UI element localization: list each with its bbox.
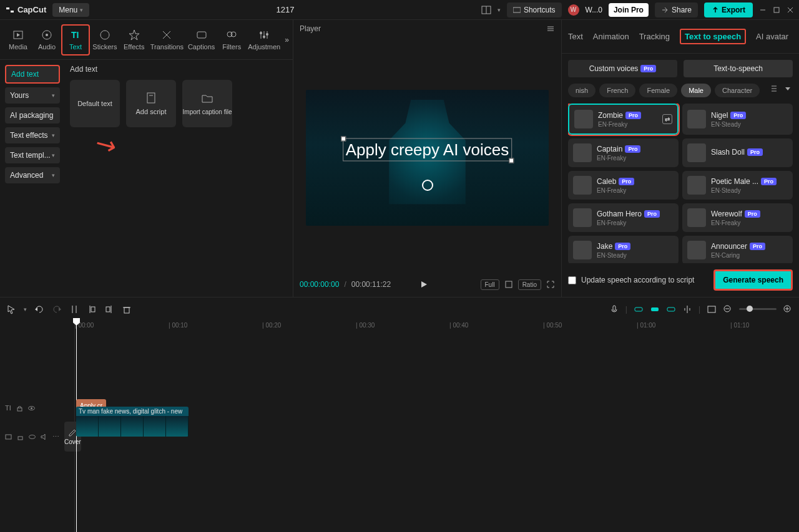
minimize-icon[interactable] (759, 6, 767, 14)
voice-card-zombie[interactable]: ZombieProEN·Freaky⇄ (568, 104, 679, 135)
tool-captions[interactable]: Captions (185, 26, 217, 54)
tool-stickers[interactable]: Stickers (90, 26, 120, 54)
crop-icon[interactable] (504, 280, 513, 289)
timeline-ruler[interactable]: | 00:00| 00:10| 00:20| 00:30| 00:40| 00:… (75, 321, 799, 333)
shortcuts-button[interactable]: Shortcuts (507, 2, 562, 17)
user-avatar[interactable]: W (568, 4, 579, 16)
voice-avatar (687, 143, 706, 162)
layout-icon[interactable] (481, 5, 491, 15)
fullscreen-icon[interactable] (546, 280, 555, 289)
share-button[interactable]: Share (655, 2, 698, 17)
capcut-icon (5, 5, 15, 15)
menu-button[interactable]: Menu▾ (52, 3, 89, 17)
voice-sub: EN·Freaky (598, 121, 657, 128)
filter-settings-icon[interactable] (769, 84, 779, 94)
voice-card-nigel[interactable]: NigelProEN·Steady (682, 104, 793, 135)
sidebar-advanced[interactable]: Advanced▾ (5, 167, 60, 183)
subtab-tts[interactable]: Text-to-speech (684, 60, 793, 77)
sidebar-text-templates[interactable]: Text templ...▾ (5, 147, 60, 163)
sidebar-ai-packaging[interactable]: AI packaging (5, 107, 60, 123)
close-icon[interactable] (787, 6, 794, 14)
add-script-card[interactable]: Add script (126, 80, 176, 127)
cursor-dropdown-icon[interactable]: ▾ (24, 306, 27, 312)
text-overlay[interactable]: Apply creepy AI voices (343, 138, 512, 161)
export-button[interactable]: Export (704, 2, 753, 17)
ruler-tick: | 00:40 (449, 322, 468, 329)
video-clip[interactable]: Tv man fake news, digital glitch - new (76, 407, 189, 437)
split-icon[interactable] (69, 304, 79, 314)
ratio-button[interactable]: Ratio (518, 279, 541, 290)
track-more-icon[interactable]: ⋯ (52, 433, 59, 441)
tool-adjustment[interactable]: Adjustmen (246, 26, 282, 54)
filter-more-icon[interactable] (783, 84, 793, 94)
timeline-tracks[interactable]: | 00:00| 00:10| 00:20| 00:30| 00:40| 00:… (75, 321, 799, 532)
share-icon (661, 6, 669, 14)
eye-icon[interactable] (29, 433, 36, 440)
filter-male[interactable]: Male (681, 84, 711, 97)
voice-card-gothamhero[interactable]: Gotham HeroProEN·Freaky (568, 203, 679, 232)
full-button[interactable]: Full (481, 279, 499, 290)
tool-audio[interactable]: Audio (32, 26, 61, 54)
import-caption-card[interactable]: Import caption file (182, 80, 232, 127)
subtab-custom-voices[interactable]: Custom voicesPro (568, 60, 677, 77)
trim-left-icon[interactable] (87, 304, 97, 314)
magnet-2-icon[interactable] (650, 304, 660, 314)
filter-french[interactable]: French (599, 84, 635, 97)
trim-right-icon[interactable] (104, 304, 114, 314)
voice-card-caleb[interactable]: CalebProEN·Freaky (568, 171, 679, 200)
ruler-tick: | 00:50 (543, 322, 562, 329)
undo-icon[interactable] (34, 304, 44, 314)
toolbar-more-icon[interactable]: » (285, 36, 289, 44)
snap-icon[interactable] (682, 304, 692, 314)
eye-icon[interactable] (28, 405, 35, 412)
filter-lang[interactable]: nish (568, 84, 596, 97)
update-speech-checkbox[interactable] (568, 276, 576, 284)
tab-animation[interactable]: Animation (593, 32, 629, 41)
lock-icon[interactable] (17, 433, 24, 440)
tab-ai-avatar[interactable]: AI avatar (756, 32, 788, 41)
filter-character[interactable]: Character (715, 84, 760, 97)
sidebar-yours[interactable]: Yours▾ (5, 87, 60, 104)
svg-rect-43 (651, 307, 659, 311)
filter-female[interactable]: Female (639, 84, 677, 97)
magnet-3-icon[interactable] (666, 304, 676, 314)
tool-transitions[interactable]: Transitions (149, 26, 185, 54)
maximize-icon[interactable] (773, 6, 780, 14)
folder-icon (201, 92, 213, 105)
video-preview[interactable]: Apply creepy AI voices (306, 90, 549, 226)
lock-icon[interactable] (16, 405, 23, 412)
join-pro-button[interactable]: Join Pro (609, 3, 649, 17)
sidebar-text-effects[interactable]: Text effects▾ (5, 127, 60, 143)
preview-icon[interactable] (707, 304, 717, 314)
voice-card-announcer[interactable]: AnnouncerProEN·Caring (682, 236, 793, 263)
voice-avatar (573, 208, 592, 227)
delete-icon[interactable] (122, 304, 132, 314)
play-icon[interactable] (419, 280, 428, 289)
redo-icon[interactable] (52, 304, 62, 314)
mic-icon[interactable] (609, 304, 619, 314)
voice-card-werewolf[interactable]: WerewolfProEN·Freaky (682, 203, 793, 232)
player-menu-icon[interactable] (546, 24, 555, 33)
magnet-1-icon[interactable] (634, 304, 644, 314)
tool-filters[interactable]: Filters (217, 26, 246, 54)
sidebar-add-text[interactable]: Add text (5, 65, 60, 84)
zoom-in-icon[interactable] (783, 304, 793, 314)
speaker-icon[interactable] (41, 433, 47, 440)
tool-text[interactable]: TIText (61, 24, 90, 56)
zoom-slider[interactable] (739, 308, 777, 310)
voice-card-poeticmale[interactable]: Poetic Male ...ProEN·Steady (682, 171, 793, 200)
tab-text-to-speech[interactable]: Text to speech (680, 29, 746, 44)
zoom-out-icon[interactable] (723, 304, 733, 314)
voice-card-captain[interactable]: CaptainProEN·Freaky (568, 138, 679, 167)
tool-effects[interactable]: Effects (120, 26, 149, 54)
cursor-icon[interactable] (6, 304, 16, 314)
rotate-handle-icon[interactable] (422, 180, 433, 191)
tab-tracking[interactable]: Tracking (639, 32, 670, 41)
voice-card-jake[interactable]: JakeProEN·Steady (568, 236, 679, 263)
generate-speech-button[interactable]: Generate speech (713, 269, 793, 291)
voice-card-slashdoll[interactable]: Slash DollPro (682, 138, 793, 167)
tab-text[interactable]: Text (568, 32, 583, 41)
tool-media[interactable]: Media (4, 26, 32, 54)
voice-settings-icon[interactable]: ⇄ (662, 114, 672, 124)
default-text-card[interactable]: Default text (70, 80, 120, 127)
